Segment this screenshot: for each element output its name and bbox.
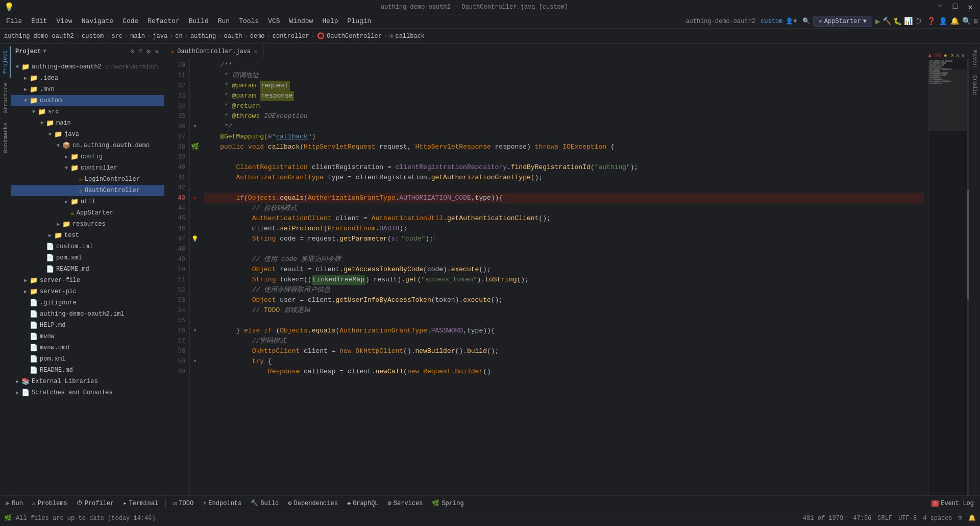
tree-item-external-libs[interactable]: ▶ 📚 External Libraries <box>11 376 164 387</box>
tree-item-scratches[interactable]: ▶ 📄 Scratches and Consoles <box>11 387 164 398</box>
tree-item-mvnwcmd[interactable]: 📄 mvnw.cmd <box>11 342 164 353</box>
dependencies-button[interactable]: ⚙ Dependencies <box>284 498 342 509</box>
tree-item-pom[interactable]: 📄 pom.xml <box>11 353 164 365</box>
maximize-button[interactable]: □ <box>950 1 961 13</box>
favorites-tab[interactable]: Bookmarks <box>1 118 10 157</box>
tree-item-main[interactable]: ▼ 📁 main <box>11 117 164 129</box>
menu-run[interactable]: Run <box>214 16 234 27</box>
gutter-fold-56[interactable]: ▼ <box>190 326 200 336</box>
menu-view[interactable]: View <box>52 16 76 27</box>
event-log-button[interactable]: ! Event Log <box>927 498 978 509</box>
menu-code[interactable]: Code <box>118 16 142 27</box>
breadcrumb-java[interactable]: java <box>153 33 167 40</box>
endpoints-button[interactable]: ⚡ Endpoints <box>199 498 246 509</box>
gutter-fold-36[interactable]: ▼ <box>190 122 200 132</box>
charset-indicator[interactable]: UTF-8 <box>898 515 917 522</box>
tree-item-readme-custom[interactable]: 📄 README.md <box>11 264 164 275</box>
todo-button[interactable]: ☑ TODO <box>169 498 198 509</box>
terminal-button[interactable]: ▸ Terminal <box>119 498 162 509</box>
menu-plugin[interactable]: Plugin <box>344 16 376 27</box>
menu-edit[interactable]: Edit <box>27 16 51 27</box>
debug-button[interactable]: 🐛 <box>893 17 902 26</box>
gutter-bean-38[interactable]: 🌿 <box>190 142 200 152</box>
menu-tools[interactable]: Tools <box>235 16 263 27</box>
breadcrumb-oauth[interactable]: oauth <box>224 33 242 40</box>
services-button[interactable]: ⚙ Services <box>384 498 427 509</box>
tree-item-mvn[interactable]: ▶ 📁 .mvn <box>11 84 164 95</box>
warning-indicator[interactable]: ● 3 <box>944 53 954 59</box>
breadcrumb-oauthcontroller[interactable]: OauthController <box>327 33 382 40</box>
run-tool-button[interactable]: ▶ Run <box>2 498 27 509</box>
menu-build[interactable]: Build <box>185 16 213 27</box>
help-icon[interactable]: ❓ <box>927 17 936 26</box>
editor-tab-oauthcontroller[interactable]: ☕ OauthController.java ✕ <box>164 44 264 59</box>
breadcrumb-callback[interactable]: callback <box>395 33 425 40</box>
tree-item-mvnw[interactable]: 📄 mvnw <box>11 331 164 342</box>
menu-window[interactable]: Window <box>285 16 317 27</box>
structure-tab[interactable]: Structure <box>1 79 10 117</box>
close-button[interactable]: ✕ <box>965 1 976 13</box>
menu-vcs[interactable]: VCS <box>264 16 284 27</box>
breadcrumb-demo[interactable]: demo <box>250 33 265 40</box>
settings-icon[interactable]: ⚙ <box>974 17 978 26</box>
menu-help[interactable]: Help <box>318 16 342 27</box>
user-profile-icon[interactable]: 👤 <box>939 17 947 26</box>
graphql-button[interactable]: ◈ GraphQL <box>343 498 383 509</box>
tree-item-logincontroller[interactable]: ☕ LoginController <box>11 174 164 185</box>
run-button[interactable]: ▶ <box>875 16 880 27</box>
tab-close-button[interactable]: ✕ <box>254 48 257 55</box>
tree-item-root[interactable]: ▼ 📁 authing-demo-oauth2 G:\work\authing\ <box>11 61 164 73</box>
menu-navigate[interactable]: Navigate <box>78 16 117 27</box>
notifications-icon[interactable]: 🔔 <box>950 17 959 26</box>
notification-icon[interactable]: 🔔 <box>968 514 976 522</box>
coverage-button[interactable]: 📊 <box>904 17 913 26</box>
problems-button[interactable]: ⚠ Problems <box>28 498 71 509</box>
tree-item-controller-folder[interactable]: ▼ 📁 controller <box>11 162 164 174</box>
tree-item-java[interactable]: ▼ 📁 java <box>11 129 164 140</box>
error-indicator[interactable]: ▲ 20 <box>928 53 942 59</box>
tree-item-util[interactable]: ▶ 📁 util <box>11 196 164 207</box>
sidebar-dropdown-icon[interactable]: ▼ <box>43 49 46 54</box>
user-icon[interactable]: 👤▼ <box>786 17 797 25</box>
gear-icon[interactable]: ⚙ <box>145 46 152 57</box>
spring-button[interactable]: 🌿 Spring <box>428 498 468 509</box>
collapse-icon[interactable]: ≡ <box>138 46 144 57</box>
breadcrumb-cn[interactable]: cn <box>175 33 182 40</box>
tree-item-server-file[interactable]: ▶ 📁 server-file <box>11 275 164 286</box>
project-tab[interactable]: Project <box>1 46 11 78</box>
profiler-button[interactable]: ⏱ Profiler <box>72 498 118 509</box>
tree-item-iml[interactable]: 📄 authing-demo-oauth2.iml <box>11 308 164 320</box>
breadcrumb-custom[interactable]: custom <box>82 33 104 40</box>
tree-item-gitignore[interactable]: 📄 .gitignore <box>11 297 164 308</box>
maven-tab[interactable]: Maven <box>970 46 979 71</box>
appstarter-button[interactable]: ● AppStarter ▼ <box>813 16 872 27</box>
up-arrow-icon[interactable]: ∧ <box>956 52 960 59</box>
tree-item-appstarter[interactable]: ☕ AppStarter <box>11 207 164 219</box>
down-arrow-icon[interactable]: ∨ <box>961 52 965 59</box>
breadcrumb-authing[interactable]: authing <box>190 33 216 40</box>
tree-item-package[interactable]: ▼ 📦 cn.authing.oauth.demo <box>11 140 164 151</box>
breadcrumb-main[interactable]: main <box>130 33 145 40</box>
profile-button[interactable]: ⏱ <box>915 17 922 26</box>
indent-indicator[interactable]: 4 spaces <box>923 515 952 522</box>
gutter-bulb-47[interactable]: 💡 <box>190 234 200 244</box>
minimize-button[interactable]: − <box>935 1 946 13</box>
menu-file[interactable]: File <box>2 16 26 27</box>
code-editor[interactable]: 30 31 32 33 34 35 36 37 38 39 40 41 42 4… <box>164 59 969 495</box>
tree-item-help[interactable]: 📄 HELP.md <box>11 320 164 331</box>
search-icon[interactable]: 🔍 <box>802 17 810 25</box>
search-everywhere-icon[interactable]: 🔍 <box>962 17 971 26</box>
close-sidebar-icon[interactable]: ✕ <box>154 46 160 57</box>
minimap[interactable]: ████ ██████ ████ ████████ ██ ████████ ██… <box>928 59 969 495</box>
breadcrumb-project[interactable]: authing-demo-oauth2 <box>4 33 74 40</box>
gutter-fold-59[interactable]: ▼ <box>190 356 200 367</box>
tree-item-server-pic[interactable]: ▶ 📁 server-pic <box>11 286 164 297</box>
gutter-error-43[interactable]: ● <box>190 193 200 203</box>
build-button[interactable]: 🔨 <box>883 17 891 26</box>
tree-item-config[interactable]: ▶ 📁 config <box>11 151 164 162</box>
tree-item-oauthcontroller[interactable]: ☕ OauthController <box>11 185 164 196</box>
breadcrumb-src[interactable]: src <box>111 33 122 40</box>
minimap-scrollbar-thumb[interactable] <box>967 190 969 299</box>
gradle-tab[interactable]: Gradle <box>970 71 979 100</box>
tree-item-pom-custom[interactable]: 📄 pom.xml <box>11 252 164 264</box>
